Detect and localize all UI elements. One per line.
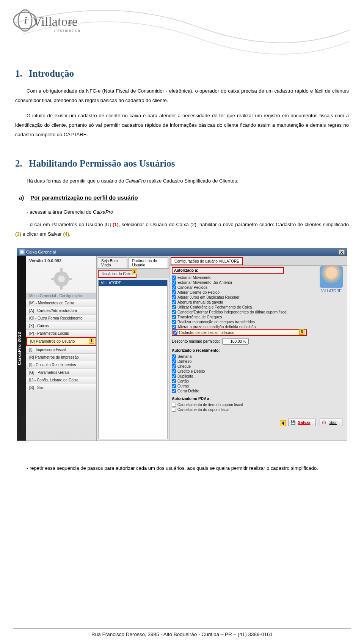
app-screenshot: Caixa Gerencial X CaixaPro 2012 Versão 1… xyxy=(17,248,347,441)
perm-alterar-prazo[interactable]: Alterar o prazo na condição definida no … xyxy=(172,324,307,329)
section-1-title: 1.Introdução xyxy=(15,68,349,79)
recv-cartao[interactable]: Cartão xyxy=(172,379,345,384)
avatar-icon xyxy=(320,266,343,288)
perm-cancelar-estornar-indep[interactable]: Cancelar/Estornar Pedidos independentes … xyxy=(172,310,307,315)
perm-conferencia-fechamento[interactable]: Utilizar Conferência e Fechamento de Cai… xyxy=(172,305,307,310)
recv-credito-debito[interactable]: Crédito e Débito xyxy=(172,369,345,374)
recv-outras[interactable]: Outras xyxy=(172,384,345,389)
perm-transf-cheques[interactable]: Transferência de Cheques xyxy=(172,315,307,320)
gear-icon xyxy=(26,265,96,293)
menu-consulta-receb[interactable]: [I] - Consulta Recebimentos xyxy=(26,361,96,368)
menu-section-header: Menu Gerencial - Configuração xyxy=(26,293,96,299)
discount-input[interactable] xyxy=(222,338,249,345)
pdv-cancel-cupom[interactable]: Cancelamento do cupom fiscal xyxy=(172,407,345,412)
menu-param-locais[interactable]: [P] - Parâmetros Locais xyxy=(26,329,96,337)
svg-rect-13 xyxy=(68,278,72,280)
section-2-title: 2.Habilitando Permissão aos Usuários xyxy=(15,158,349,169)
group-autorizado-recebimento: Autorizado o recebimento: xyxy=(172,348,345,353)
brand-logo: i Villatore ® informática xyxy=(11,7,87,40)
section-2-intro: Há duas formas de permitir que o usuário… xyxy=(15,176,349,186)
app-icon xyxy=(19,249,25,255)
sidebar-menu: [M] - Movimentos de Caixa [A] - Cartões/… xyxy=(26,299,96,391)
menu-impressora[interactable]: [I] - Impressora Fiscal xyxy=(26,346,96,353)
close-button[interactable]: X xyxy=(339,249,345,255)
step-a: a) Por parametrização no perfil do usuár… xyxy=(19,194,349,201)
perm-manut-cheques[interactable]: Realizar manutenção de cheques transferi… xyxy=(172,320,307,324)
section-1-para-1: Com a obrigatoriedade da NFC-e (Nota Fis… xyxy=(15,87,349,105)
tab-seja-bem-vindo[interactable]: Seja Bem Vindo xyxy=(98,257,127,268)
exit-icon: ⏻ xyxy=(322,420,326,425)
side-brand: CaixaPro 2012 xyxy=(17,256,26,441)
version-label: Versão 1.0.0.092 xyxy=(26,256,96,265)
menu-caixas[interactable]: [X] - Caixas xyxy=(26,322,96,329)
user-list[interactable]: VILLATORE xyxy=(98,280,168,439)
sidebar: Versão 1.0.0.092 Menu Gerencial - Config… xyxy=(26,256,97,441)
menu-outra-forma[interactable]: [O] - Outra Forma Recebimento xyxy=(26,314,96,322)
svg-rect-11 xyxy=(60,286,63,290)
user-item[interactable]: VILLATORE xyxy=(99,280,167,286)
menu-param-impressao[interactable]: [R] Parâmetros de Impressão xyxy=(26,353,96,361)
svg-text:informática: informática xyxy=(54,28,81,33)
recv-gerar-debito[interactable]: Gerar Débito xyxy=(172,389,345,394)
recv-duplicata[interactable]: Duplicata xyxy=(172,374,345,379)
menu-cartoes[interactable]: [A] - Cartões/Administradora xyxy=(26,307,96,314)
callout-3: 3 xyxy=(299,329,304,335)
group-autorizado-a: Autorizado a: xyxy=(172,267,284,274)
perm-abertura-gaveta[interactable]: Abertura manual da gaveta xyxy=(172,300,307,305)
perm-alterar-juros[interactable]: Alterar Juros em Duplicatas Receber xyxy=(172,295,307,300)
avatar: VILLATORE xyxy=(320,266,343,293)
callout-4: 4 xyxy=(280,420,286,426)
svg-text:®: ® xyxy=(68,21,72,26)
after-shot-para: - repetir essa sequencia de passos para … xyxy=(15,464,349,473)
menu-config-leiaute[interactable]: [L] - Config. Leiaute de Caixa xyxy=(26,376,96,384)
tab-param-usuario[interactable]: Parâmetros do Usuário xyxy=(129,257,168,268)
menu-param-gerais[interactable]: [G] - Parâmetros Gerais xyxy=(26,368,96,376)
tab-config-usuario[interactable]: Configurações do usuário VILLATORE xyxy=(171,257,243,265)
perm-estornar-mov[interactable]: Estornar Movimento xyxy=(172,275,307,280)
recv-dinheiro[interactable]: Dinheiro xyxy=(172,359,345,364)
svg-rect-7 xyxy=(20,250,24,254)
svg-text:i: i xyxy=(24,15,27,26)
page-footer: Rua Francisco Derosso, 3985 - Alto Boque… xyxy=(0,628,364,637)
save-icon: 💾 xyxy=(290,420,296,425)
svg-rect-10 xyxy=(60,268,63,272)
perm-cancelar-pedidos[interactable]: Cancelar Pedidos xyxy=(172,285,307,290)
discount-row: Desconto máximo permitido: xyxy=(172,338,345,345)
pdv-cancel-item[interactable]: Cancelamento de item do cupom fiscal xyxy=(172,402,345,407)
bullet-1: - acessar a área Gerencial do CaixaPro xyxy=(27,208,349,217)
exit-button[interactable]: ⏻ Sair xyxy=(320,419,342,426)
svg-point-9 xyxy=(58,276,65,282)
perm-estornar-dia-ant[interactable]: Estornar Movimento Dia Anterior xyxy=(172,280,307,285)
callout-1: 1 xyxy=(89,339,94,344)
perm-alterar-cliente[interactable]: Alterar Cliente do Pedido xyxy=(172,290,307,295)
svg-rect-12 xyxy=(51,278,55,280)
callout-2: 2 xyxy=(132,269,137,274)
recv-cheque[interactable]: Cheque xyxy=(172,364,345,369)
save-button[interactable]: 💾 Salvar xyxy=(288,419,316,426)
menu-sair[interactable]: [S] - Sair xyxy=(26,384,96,391)
group-autorizado-pdv: Autorizado no PDV a: xyxy=(172,397,345,401)
tab-usuarios-caixa[interactable]: Usuários do Caixa 2 xyxy=(98,270,136,278)
menu-movimentos[interactable]: [M] - Movimentos de Caixa xyxy=(26,299,96,307)
section-1-para-2: O intuito de existir um cadastro de clie… xyxy=(15,111,349,139)
perm-cadastro-simplificado[interactable]: Cadastro de clientes simplificado 3 xyxy=(172,329,307,336)
bullet-2: - clicar em Parâmetros do Usuário [U] (1… xyxy=(15,220,349,239)
menu-param-usuario[interactable]: [U] Parâmetros do Usuário 1 xyxy=(26,337,96,346)
titlebar: Caixa Gerencial X xyxy=(17,248,347,256)
recv-semanal[interactable]: Semanal xyxy=(172,354,345,359)
step-a-link: Por parametrização no perfil do usuário xyxy=(30,194,138,201)
